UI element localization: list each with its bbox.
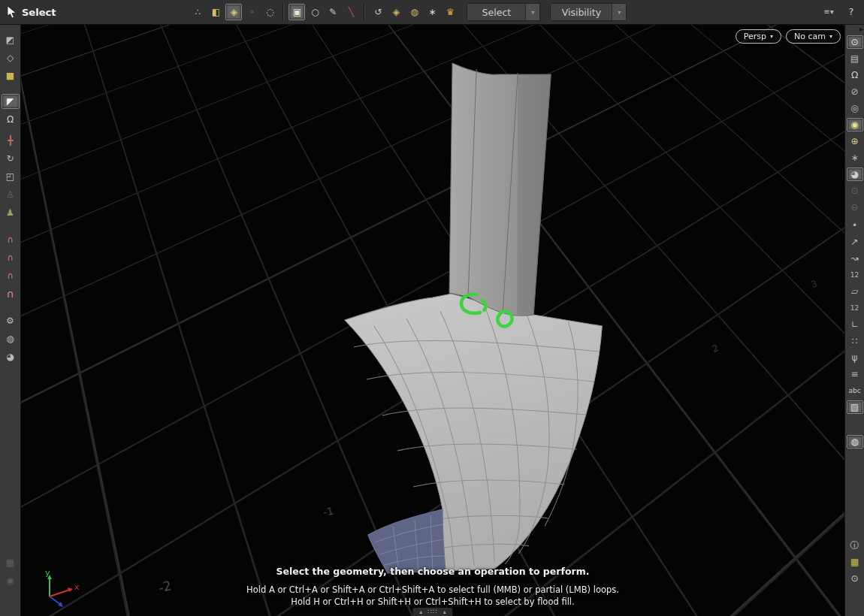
lasso-select-icon[interactable]: ○ [307, 4, 323, 20]
display-options-icon-glyph: ≡▾ [823, 8, 833, 16]
translate-tool-icon[interactable]: ╋ [2, 133, 20, 148]
shadows-icon[interactable]: ∗ [847, 151, 863, 165]
snap-primitive-icon[interactable]: ∩ [2, 250, 20, 265]
toggle-visualizers-icon-glyph: ⊙ [850, 574, 858, 583]
secure-selection-icon[interactable]: ◈ [225, 4, 242, 20]
show-points-icon[interactable]: ∴ [189, 4, 206, 20]
image-plane-icon[interactable]: ▤ [847, 52, 863, 65]
help-icon[interactable]: ? [843, 4, 859, 20]
select-visible-only-icon-glyph: ◌ [266, 8, 273, 17]
selection-style-group: ▣○✎╲ [289, 4, 359, 20]
box-select-icon[interactable]: ▣ [289, 4, 305, 20]
laser-select-icon[interactable]: ╲ [343, 4, 359, 20]
brush-select-icon[interactable]: ✎ [325, 4, 341, 20]
camera-controls: Persp ▾ No cam ▾ [736, 29, 841, 44]
lock-view-icon[interactable]: Ω [847, 68, 863, 82]
panel-expand-icon[interactable]: ▸ [859, 26, 863, 32]
subdivide-display-icon-glyph: ◇ [7, 53, 14, 62]
visualizers-icon[interactable]: ◍ [847, 435, 863, 448]
point-numbers-icon[interactable]: 12 [847, 268, 863, 282]
point-normals-icon[interactable]: ↗ [847, 235, 863, 249]
character-pick-icon[interactable]: ♟ [2, 205, 20, 220]
chevron-down-icon[interactable]: ▾ [525, 4, 539, 20]
chevron-down-icon[interactable]: ▾ [612, 4, 626, 20]
attribute-labels-icon-glyph: abc [848, 388, 860, 394]
visibility-eye-icon-glyph: ⊙ [850, 38, 858, 47]
display-options-icon[interactable]: ≡▾ [820, 4, 837, 20]
translate-tool-icon-glyph: ╋ [8, 136, 13, 145]
viewport-info-icon[interactable]: ⓘ [847, 539, 863, 552]
panel-splitter-handle[interactable]: ▴ ∷∷ ▴ [412, 608, 452, 616]
select-pattern-icon-glyph: ◈ [393, 8, 400, 17]
point-markers-icon[interactable]: • [847, 219, 863, 232]
no-lights-icon[interactable]: ⊘ [847, 85, 863, 98]
snap-multi-icon[interactable]: ∩ [2, 286, 20, 301]
splitter-arrow-icon[interactable]: ▴ [443, 609, 446, 615]
attribute-labels-icon[interactable]: abc [847, 384, 863, 397]
show-primitives-icon[interactable]: ◧ [207, 4, 224, 20]
subdivide-display-icon[interactable]: ◇ [2, 50, 20, 65]
group-list-icon-glyph: ∷ [852, 337, 858, 346]
select-pattern-icon[interactable]: ◈ [388, 4, 404, 20]
background-image-icon[interactable]: ▨ [847, 400, 863, 414]
normal-lights-icon[interactable]: ◉ [847, 118, 863, 131]
headlight-only-icon[interactable]: ◎ [847, 101, 863, 115]
flipbook-icon[interactable]: ▦ [2, 555, 20, 570]
right-toolbar: ▸ ⊙▤Ω⊘◎◉⊕∗◕⊙⊖•↗↝12▱12∟∷ψ≡abc▨◍ⓘ▦⊙ [844, 25, 864, 616]
view-info-lines-icon[interactable]: ≡ [847, 367, 863, 381]
select-menu-label: Select [467, 7, 525, 18]
snap-point-icon[interactable]: ∩ [2, 268, 20, 283]
view-mask-icon[interactable]: ◍ [2, 331, 20, 346]
rotate-tool-icon[interactable]: ↻ [2, 151, 20, 166]
select-loops-icon-glyph: ↺ [374, 8, 382, 17]
help-icon-glyph: ? [849, 8, 853, 17]
hide-other-objects-icon[interactable]: ⊖ [847, 201, 863, 214]
snap-to-selection-icon[interactable]: ∗ [424, 4, 440, 20]
profile-curves-icon[interactable]: ∟ [847, 318, 863, 331]
render-view-icon[interactable]: ◕ [2, 349, 20, 364]
ghost-other-objects-icon[interactable]: ⊙ [847, 184, 863, 198]
viewport-3d[interactable]: -2 -1 2 3 [21, 25, 844, 616]
lock-handle-icon[interactable]: Ω [2, 112, 20, 127]
select-menu[interactable]: Select ▾ [467, 3, 540, 21]
visibility-eye-icon[interactable]: ⊙ [847, 35, 863, 49]
point-markers-icon-glyph: • [852, 221, 857, 230]
box-primitive-icon[interactable]: ■ [2, 68, 20, 83]
prim-markers-icon[interactable]: ▱ [847, 285, 863, 298]
scale-tool-icon[interactable]: ◰ [2, 169, 20, 184]
snapshot-icon[interactable]: ◉ [2, 573, 20, 588]
prim-numbers-icon[interactable]: 12 [847, 301, 863, 315]
reflections-icon[interactable]: ◕ [847, 168, 863, 181]
point-trails-icon[interactable]: ↝ [847, 252, 863, 265]
projection-label: Persp [744, 32, 766, 41]
laser-select-icon-glyph: ╲ [349, 8, 354, 17]
convert-selection-icon[interactable]: ♛ [442, 4, 458, 20]
select-tool-icon[interactable]: ◤ [2, 94, 20, 109]
projection-menu[interactable]: Persp ▾ [736, 29, 781, 44]
toggle-visualizers-icon[interactable]: ⊙ [847, 572, 863, 585]
left-toolbar: ◩◇■◤Ω╋↻◰♙♟∩∩∩∩⚙◍◕▦◉ [0, 25, 21, 616]
color-scheme-icon[interactable]: ▦ [847, 555, 863, 569]
snap-grid-icon[interactable]: ∩ [2, 232, 20, 247]
group-list-icon[interactable]: ∷ [847, 334, 863, 348]
view-mask-icon-glyph: ◍ [6, 334, 14, 343]
show-points-icon-glyph: ∴ [195, 8, 201, 17]
visibility-menu[interactable]: Visibility ▾ [550, 3, 627, 21]
prim-normals-icon[interactable]: ψ [847, 351, 863, 364]
splitter-grip-icon[interactable]: ∷∷ [427, 608, 437, 615]
camera-menu[interactable]: No cam ▾ [786, 29, 841, 44]
display-mode-group: ∴◧◈◦◌ [189, 4, 278, 20]
visibility-menu-label: Visibility [551, 7, 612, 18]
splitter-arrow-icon[interactable]: ▴ [419, 609, 422, 615]
model-geometry-icon[interactable]: ◩ [2, 32, 20, 47]
select-whole-geometry-icon[interactable]: ◦ [243, 4, 260, 20]
reflections-icon-glyph: ◕ [850, 170, 858, 179]
hq-lighting-icon[interactable]: ⊕ [847, 134, 863, 148]
show-handles-icon[interactable]: ⚙ [2, 313, 20, 328]
select-loops-icon[interactable]: ↺ [370, 4, 386, 20]
pose-tool-icon[interactable]: ♙ [2, 187, 20, 202]
viewport-toolbar: Select ∴◧◈◦◌ ▣○✎╲ ↺◈◍∗♛ Select ▾ Visibil… [0, 0, 864, 25]
select-fill-icon[interactable]: ◍ [406, 4, 422, 20]
select-visible-only-icon[interactable]: ◌ [261, 4, 278, 20]
help-line: Hold H or Ctrl+H or Shift+H or Ctrl+Shif… [21, 596, 844, 607]
